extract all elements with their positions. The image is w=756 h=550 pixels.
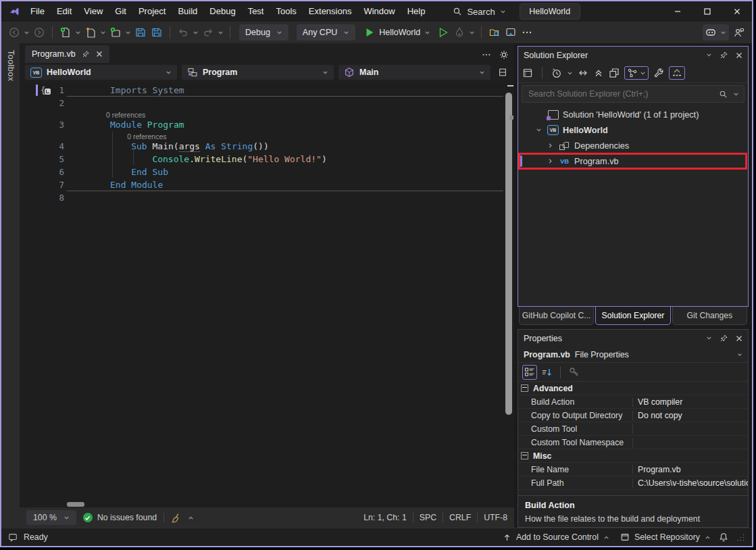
chevron-down-icon[interactable] <box>469 30 475 36</box>
property-section-advanced[interactable]: Advanced <box>518 382 748 395</box>
property-row-file-name[interactable]: File NameProgram.vb <box>518 463 748 476</box>
brace-margin-icon[interactable]: { <box>41 84 51 97</box>
close-icon[interactable] <box>96 51 103 57</box>
chevron-down-icon[interactable] <box>100 30 106 36</box>
chevron-down-icon[interactable] <box>125 30 131 36</box>
categorized-toggle[interactable] <box>522 365 537 380</box>
preview-selected-items-toggle[interactable] <box>669 66 685 80</box>
chevron-down-icon[interactable] <box>567 70 573 76</box>
navigate-forward-button[interactable] <box>32 24 47 41</box>
collapse-icon[interactable] <box>521 452 528 459</box>
issues-indicator[interactable]: No issues found <box>83 513 157 522</box>
collapse-all-icon[interactable] <box>593 68 604 78</box>
editor-settings-gear-icon[interactable] <box>499 50 509 59</box>
pin-icon[interactable] <box>82 50 90 58</box>
properties-header[interactable]: Properties <box>518 330 748 347</box>
menu-item-window[interactable]: Window <box>357 1 401 22</box>
panel-tab-git-changes[interactable]: Git Changes <box>672 307 747 325</box>
select-repository-button[interactable]: Select Repository <box>618 532 713 542</box>
solution-explorer-header[interactable]: Solution Explorer <box>518 47 748 64</box>
toolbox-tab[interactable]: Toolbox <box>6 50 16 82</box>
panel-tab-solution-explorer[interactable]: Solution Explorer <box>595 307 670 325</box>
menu-item-tools[interactable]: Tools <box>270 1 302 22</box>
property-row-custom-tool-namespace[interactable]: Custom Tool Namespace <box>518 436 748 449</box>
property-row-copy-to-output-directory[interactable]: Copy to Output DirectoryDo not copy <box>518 409 748 422</box>
chevron-down-icon[interactable] <box>706 335 712 341</box>
show-all-files-icon[interactable] <box>609 68 620 78</box>
minimize-button[interactable] <box>663 1 692 22</box>
scrollbar-split-handle[interactable] <box>507 85 513 86</box>
sync-with-active-document-icon[interactable] <box>578 68 588 78</box>
pin-icon[interactable] <box>720 334 728 343</box>
pending-changes-filter-icon[interactable] <box>551 68 562 78</box>
solution-configuration-dropdown[interactable]: Debug <box>239 24 288 41</box>
solution-search-input[interactable] <box>527 89 713 99</box>
open-file-button[interactable] <box>83 24 98 41</box>
panel-tab-github-copilot-c[interactable]: GitHub Copilot C... <box>519 307 594 325</box>
close-button[interactable] <box>722 1 752 22</box>
chevron-down-icon[interactable] <box>24 30 30 36</box>
feedback-bubble-icon[interactable] <box>8 532 18 542</box>
chevron-down-icon[interactable] <box>733 91 739 97</box>
menu-item-extensions[interactable]: Extensions <box>303 1 358 22</box>
alphabetical-sort-icon[interactable] <box>541 367 552 378</box>
search-box[interactable]: Search <box>449 7 509 17</box>
chevron-down-icon[interactable] <box>218 30 224 36</box>
status-spc[interactable]: SPC <box>420 513 436 522</box>
tree-item-dependencies[interactable]: Dependencies <box>518 138 748 153</box>
menu-item-git[interactable]: Git <box>109 1 132 22</box>
properties-wrench-icon[interactable] <box>653 68 664 78</box>
code-editor[interactable]: {1Imports System20 references3Module Pro… <box>20 83 514 507</box>
hot-reload-button[interactable] <box>452 24 467 41</box>
file-nesting-toggle[interactable] <box>624 66 649 80</box>
navigate-back-button[interactable] <box>7 24 22 41</box>
menu-item-project[interactable]: Project <box>132 1 172 22</box>
expander-down-icon[interactable] <box>534 127 543 133</box>
code-cleanup-broom-icon[interactable] <box>171 513 181 523</box>
window-title-box[interactable]: HelloWorld <box>520 3 580 20</box>
add-to-source-control-button[interactable]: Add to Source Control <box>500 532 612 542</box>
redo-button[interactable] <box>201 24 216 41</box>
chevron-down-icon[interactable] <box>193 30 199 36</box>
tab-overflow-icon[interactable] <box>482 50 491 59</box>
breadcrumb-project[interactable]: VB HelloWorld <box>25 65 177 80</box>
resize-grip-icon[interactable] <box>736 533 745 542</box>
pin-icon[interactable] <box>720 51 728 59</box>
copilot-button[interactable] <box>703 24 729 41</box>
status-ln-1-ch-1[interactable]: Ln: 1, Ch: 1 <box>363 513 407 522</box>
start-debugging-button[interactable]: HelloWorld <box>360 27 434 38</box>
switch-views-icon[interactable] <box>522 68 533 78</box>
new-project-button[interactable] <box>58 24 73 41</box>
menu-item-build[interactable]: Build <box>172 1 203 22</box>
solution-platform-dropdown[interactable]: Any CPU <box>297 24 355 41</box>
property-row-full-path[interactable]: Full PathC:\Users\v-tishe\source\solutio… <box>518 476 748 490</box>
undo-button[interactable] <box>176 24 191 41</box>
close-icon[interactable] <box>736 52 742 59</box>
tree-item-helloworld[interactable]: VBHelloWorld <box>518 122 748 138</box>
tree-item-program-vb[interactable]: VBProgram.vb <box>518 153 748 169</box>
toolbar-overflow-button[interactable] <box>520 24 534 41</box>
maximize-button[interactable] <box>692 1 722 22</box>
property-pages-key-icon[interactable] <box>569 367 580 378</box>
menu-item-help[interactable]: Help <box>401 1 432 22</box>
horizontal-scrollbar-thumb[interactable] <box>67 502 84 507</box>
expander-right-icon[interactable] <box>545 158 555 164</box>
chevron-down-icon[interactable] <box>75 30 81 36</box>
tab-program-vb[interactable]: Program.vb <box>25 45 109 63</box>
status-crlf[interactable]: CRLF <box>449 513 471 522</box>
save-all-button[interactable] <box>149 24 164 41</box>
solution-search-box[interactable] <box>522 85 745 103</box>
menu-item-edit[interactable]: Edit <box>51 1 78 22</box>
close-icon[interactable] <box>736 335 742 342</box>
menu-item-view[interactable]: View <box>78 1 109 22</box>
property-section-misc[interactable]: Misc <box>518 449 748 463</box>
breadcrumb-member[interactable]: Main <box>338 65 490 80</box>
zoom-dropdown[interactable]: 100 % <box>26 510 76 525</box>
menu-item-test[interactable]: Test <box>242 1 270 22</box>
menu-item-debug[interactable]: Debug <box>203 1 241 22</box>
property-row-custom-tool[interactable]: Custom Tool <box>518 422 748 436</box>
tree-item-solution-helloworld-1-of-1-project[interactable]: Solution 'HelloWorld' (1 of 1 project) <box>518 107 748 122</box>
collapse-icon[interactable] <box>521 384 528 392</box>
editor-scrollbar[interactable] <box>504 83 514 507</box>
send-feedback-button[interactable] <box>732 24 747 41</box>
